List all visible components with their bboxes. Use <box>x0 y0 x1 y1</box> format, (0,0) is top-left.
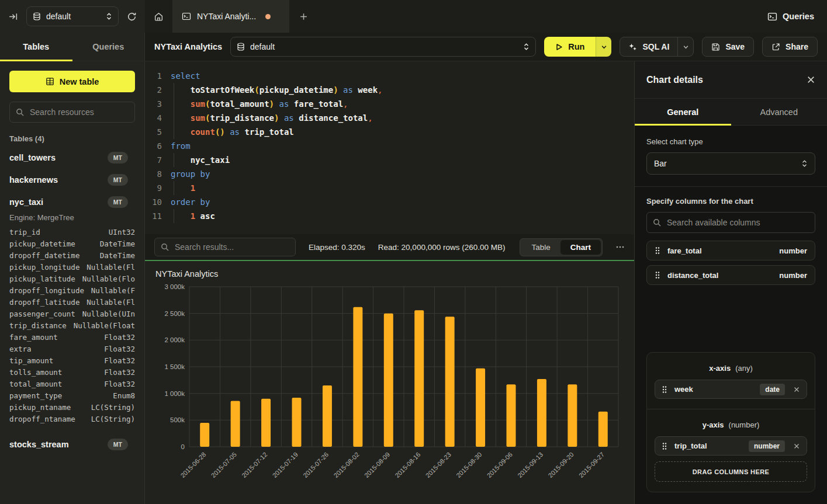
more-options-icon[interactable] <box>615 242 625 252</box>
new-table-button[interactable]: New table <box>9 71 135 92</box>
table-row[interactable]: stocks_streamMT <box>0 433 144 456</box>
svg-text:2015-08-16: 2015-08-16 <box>393 451 421 479</box>
svg-text:2015-09-13: 2015-09-13 <box>516 451 544 479</box>
run-options-button[interactable] <box>596 37 611 57</box>
table-name: hackernews <box>9 175 108 185</box>
unsaved-changes-dot <box>265 14 271 19</box>
tab-advanced[interactable]: Advanced <box>731 99 827 125</box>
tables-list: cell_towersMThackernewsMTnyc_taxiMTEngin… <box>0 147 144 504</box>
home-tab[interactable] <box>145 0 172 33</box>
chart-type-select[interactable]: Bar <box>646 152 815 175</box>
available-columns-list: fare_totalnumberdistance_totalnumber <box>646 241 815 285</box>
save-button[interactable]: Save <box>702 37 754 57</box>
column-row: pickup_latitudeNullable(Flo <box>0 273 144 285</box>
column-type: number <box>779 246 807 255</box>
column-row: payment_typeEnum8 <box>0 390 144 402</box>
query-title: NYTaxi Analytics <box>154 42 222 51</box>
y-axis-column-chip[interactable]: trip_total number <box>655 436 807 456</box>
available-column-chip[interactable]: distance_totalnumber <box>646 265 815 285</box>
drag-handle-icon[interactable] <box>655 271 660 279</box>
sql-ai-button-label: SQL AI <box>642 42 669 51</box>
drag-handle-icon[interactable] <box>662 385 667 394</box>
code-line: 1select <box>145 69 634 83</box>
sparkles-icon <box>628 43 637 51</box>
engine-badge: MT <box>108 439 128 450</box>
chevron-down-icon <box>683 44 689 50</box>
x-axis-column-chip[interactable]: week date <box>655 380 807 399</box>
sql-ai-button[interactable]: SQL AI <box>620 37 677 56</box>
svg-text:2015-09-27: 2015-09-27 <box>577 451 605 479</box>
refresh-icon[interactable] <box>127 12 137 22</box>
queries-button[interactable]: Queries <box>767 12 814 22</box>
code-line: 7 nyc_taxi <box>145 153 634 167</box>
database-selector-value: default <box>46 12 101 21</box>
new-tab-button[interactable] <box>289 0 317 33</box>
database-selector[interactable]: default <box>26 6 119 26</box>
remove-column-icon[interactable] <box>792 443 800 450</box>
column-row: dropoff_latitudeNullable(Fl <box>0 297 144 308</box>
column-row: fare_amountFloat32 <box>0 332 144 343</box>
search-resources-input[interactable] <box>9 102 135 123</box>
y-axis-column-type: number <box>749 440 785 452</box>
table-row[interactable]: nyc_taxiMT <box>0 191 144 213</box>
table-row[interactable]: hackernewsMT <box>0 169 144 191</box>
drag-handle-icon[interactable] <box>655 246 660 255</box>
column-row: trip_idUInt32 <box>0 227 144 238</box>
collapse-sidebar-icon[interactable] <box>8 12 18 22</box>
table-name: nyc_taxi <box>9 197 108 207</box>
elapsed-stat: Elapsed: 0.320s <box>309 243 365 252</box>
run-button[interactable]: Run <box>544 37 596 57</box>
toolbar-database-value: default <box>250 42 518 51</box>
plus-icon <box>299 12 308 21</box>
tab-general[interactable]: General <box>635 99 731 125</box>
sql-ai-split-button: SQL AI <box>620 37 694 57</box>
view-toggle-table[interactable]: Table <box>521 240 560 255</box>
sidebar-tab-tables[interactable]: Tables <box>0 33 72 61</box>
tab-nytaxi-analytics[interactable]: NYTaxi Analyti... <box>172 0 289 33</box>
svg-text:2015-07-19: 2015-07-19 <box>271 451 299 479</box>
close-icon[interactable] <box>807 75 815 84</box>
query-terminal-icon <box>182 12 191 21</box>
drag-handle-icon[interactable] <box>662 442 667 450</box>
table-row[interactable]: cell_towersMT <box>0 147 144 169</box>
svg-text:2015-08-23: 2015-08-23 <box>424 451 452 479</box>
table-icon <box>46 77 54 86</box>
drag-columns-dropzone[interactable]: DRAG COLUMNS HERE <box>655 461 807 482</box>
chart-details-tabs: General Advanced <box>635 99 827 126</box>
svg-text:500k: 500k <box>170 416 185 423</box>
svg-text:2015-09-06: 2015-09-06 <box>486 451 514 479</box>
tab-strip: NYTaxi Analyti... <box>145 0 755 33</box>
search-columns-input[interactable] <box>646 212 815 233</box>
code-line: 5 count() as trip_total <box>145 125 634 139</box>
play-icon <box>555 43 563 51</box>
y-axis-label: y-axis <box>703 420 724 429</box>
chart-title: NYTaxi Analytics <box>155 269 624 279</box>
y-axis-hint: (number) <box>729 420 760 429</box>
share-button-label: Share <box>786 42 808 51</box>
share-icon <box>771 43 780 51</box>
svg-text:0: 0 <box>181 443 185 450</box>
sql-editor[interactable]: 1select2 toStartOfWeek(pickup_datetime) … <box>145 61 634 234</box>
read-stat: Read: 20,000,000 rows (260.00 MB) <box>378 243 506 252</box>
svg-text:2015-08-09: 2015-08-09 <box>363 451 391 479</box>
search-icon <box>653 218 661 227</box>
view-toggle-chart[interactable]: Chart <box>560 240 601 255</box>
available-column-chip[interactable]: fare_totalnumber <box>646 241 815 260</box>
remove-column-icon[interactable] <box>792 386 800 393</box>
save-icon <box>711 43 720 51</box>
bar-chart: 0500k1 000k1 500k2 000k2 500k3 000k2015-… <box>155 282 624 499</box>
sidebar: New table Tables (4) cell_towersMThacker… <box>0 61 145 504</box>
share-button[interactable]: Share <box>762 37 818 57</box>
column-row: pickup_ntanameLC(String) <box>0 402 144 413</box>
tab-title: NYTaxi Analyti... <box>197 12 256 21</box>
column-row: dropoff_datetimeDateTime <box>0 250 144 262</box>
table-engine: Engine: MergeTree <box>0 213 144 227</box>
sidebar-tab-queries[interactable]: Queries <box>72 33 145 61</box>
code-line: 8group by <box>145 167 634 181</box>
search-results-input[interactable] <box>154 238 296 256</box>
sql-ai-options-button[interactable] <box>677 37 693 56</box>
column-row: passenger_countNullable(UIn <box>0 308 144 320</box>
secondary-bar: Tables Queries NYTaxi Analytics default <box>0 33 827 61</box>
run-button-label: Run <box>568 42 584 51</box>
toolbar-database-selector[interactable]: default <box>230 37 536 57</box>
